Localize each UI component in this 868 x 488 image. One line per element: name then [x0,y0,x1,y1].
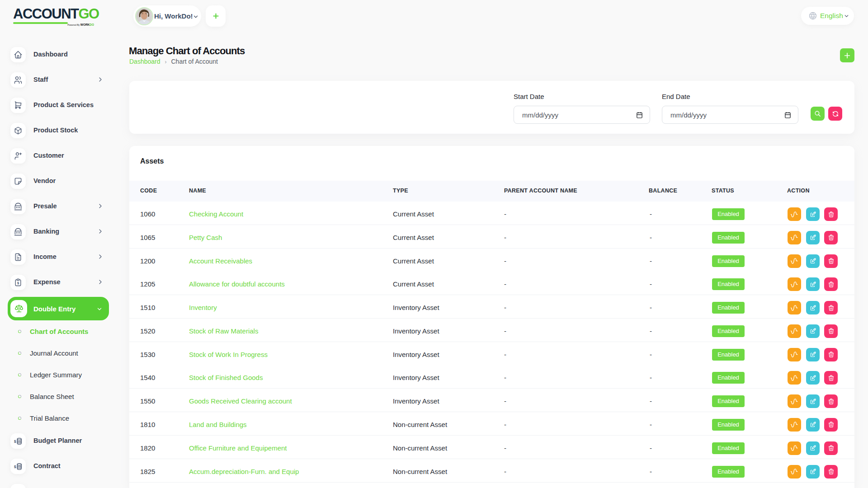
svg-text:$: $ [14,439,16,444]
svg-text:$: $ [17,281,19,285]
svg-text:$: $ [14,465,16,469]
